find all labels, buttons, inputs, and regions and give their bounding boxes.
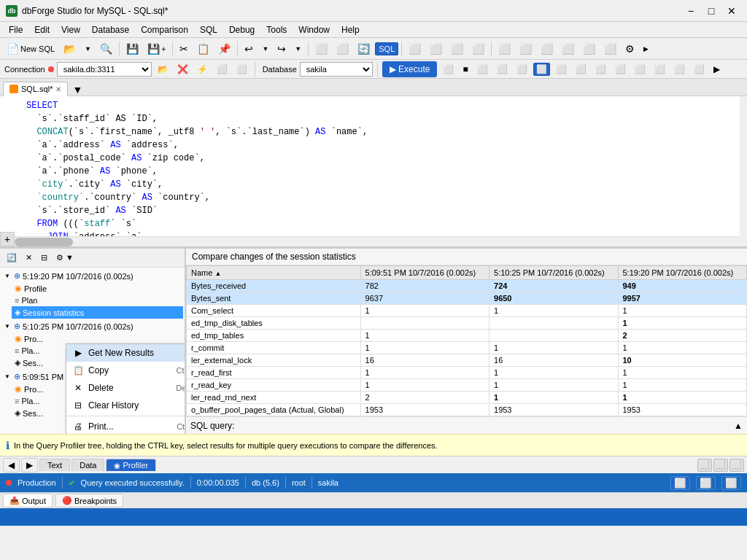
- conn-extra-6[interactable]: ⬜: [592, 63, 609, 76]
- col-time2[interactable]: 5:10:25 PM 10/7/2016 (0.002s): [489, 266, 618, 280]
- database-selector[interactable]: sakila: [300, 62, 373, 77]
- maximize-button[interactable]: □: [702, 4, 721, 18]
- table-row-r-read-first[interactable]: r_read_first 1 1 1: [187, 367, 747, 379]
- status-view-btn-1[interactable]: ⬜: [670, 476, 690, 490]
- ctx-clear-history[interactable]: ⊟ Clear History: [66, 397, 186, 414]
- tab-text[interactable]: Text: [39, 459, 70, 471]
- format-button[interactable]: ⬜: [311, 41, 331, 57]
- toolbar-more[interactable]: ▶: [640, 43, 652, 55]
- menu-sql[interactable]: SQL: [194, 23, 223, 36]
- sql-tab[interactable]: SQL.sql* ✕: [3, 82, 68, 96]
- tree-plan-1[interactable]: ≡ Plan: [12, 295, 183, 306]
- save-all-button[interactable]: 💾+: [144, 41, 169, 57]
- menu-debug[interactable]: Debug: [223, 23, 260, 36]
- menu-tools[interactable]: Tools: [260, 23, 293, 36]
- menu-comparison[interactable]: Comparison: [135, 23, 194, 36]
- sql-active-button[interactable]: SQL: [375, 42, 398, 55]
- refresh-button[interactable]: 🔄: [354, 41, 374, 57]
- undo-button[interactable]: ↩: [241, 41, 257, 57]
- conn-btn-5[interactable]: ⬜: [233, 63, 250, 76]
- tool9-button[interactable]: ⬜: [537, 41, 557, 57]
- tree-node-2-row[interactable]: ▼ ⊕ 5:10:25 PM 10/7/2016 (0.002s): [1, 320, 183, 332]
- menu-file[interactable]: File: [3, 23, 28, 36]
- open-dropdown-button[interactable]: ▼: [81, 43, 95, 55]
- conn-extra-11[interactable]: ⬜: [691, 63, 708, 76]
- tab-end-btn-1[interactable]: ⬜: [697, 459, 712, 472]
- align-button[interactable]: ⬜: [405, 41, 425, 57]
- tree-session-1[interactable]: ◈ Session statistics: [12, 306, 183, 319]
- stop-button[interactable]: ■: [460, 63, 471, 76]
- profiler-clear-button[interactable]: ⊟: [37, 251, 51, 265]
- table-row-buffer-pool[interactable]: o_buffer_pool_pages_data (Actual, Global…: [187, 404, 747, 416]
- ctx-delete[interactable]: ✕ Delete Delete: [66, 379, 186, 397]
- settings-button[interactable]: ⚙: [622, 41, 638, 57]
- status-view-btn-3[interactable]: ⬜: [721, 476, 741, 490]
- conn-extra-4[interactable]: ⬜: [553, 63, 570, 76]
- undo-dropdown[interactable]: ▼: [258, 43, 272, 55]
- menu-window[interactable]: Window: [293, 23, 336, 36]
- minimize-button[interactable]: −: [681, 4, 700, 18]
- tab-data[interactable]: Data: [71, 459, 104, 471]
- open-button[interactable]: 📂: [60, 41, 80, 57]
- bottom-tab-next[interactable]: ▶: [21, 458, 38, 472]
- editor-add-button[interactable]: +: [0, 232, 15, 246]
- table-row-ler-read-rnd[interactable]: ler_read_rnd_next 2 1 1: [187, 392, 747, 404]
- conn-extra-9[interactable]: ⬜: [651, 63, 668, 76]
- cut-button[interactable]: ✂: [176, 41, 192, 57]
- conn-btn-1[interactable]: 📂: [155, 63, 171, 76]
- close-button[interactable]: ✕: [722, 4, 741, 18]
- ctx-copy[interactable]: 📋 Copy Ctrl+C: [66, 362, 186, 379]
- tree-profile-1[interactable]: ◉ Profile: [12, 282, 183, 295]
- menu-edit[interactable]: Edit: [28, 23, 55, 36]
- conn-btn-2[interactable]: ❌: [174, 63, 191, 76]
- fn-tab-output[interactable]: 📤 Output: [3, 494, 53, 508]
- table-row-r-read-key[interactable]: r_read_key 1 1 1: [187, 379, 747, 392]
- title-bar-controls[interactable]: − □ ✕: [681, 4, 741, 18]
- menu-help[interactable]: Help: [336, 23, 365, 36]
- editor-vertical-scrollbar[interactable]: [740, 96, 747, 246]
- col-time3[interactable]: 5:19:20 PM 10/7/2016 (0.002s): [618, 266, 747, 280]
- profiler-options-button[interactable]: ⚙ ▼: [53, 251, 77, 265]
- redo-dropdown[interactable]: ▼: [291, 43, 305, 55]
- tool11-button[interactable]: ⬜: [579, 41, 599, 57]
- indent-button[interactable]: ⬜: [447, 41, 467, 57]
- profiler-refresh-button[interactable]: 🔄: [3, 251, 20, 265]
- align2-button[interactable]: ⬜: [426, 41, 446, 57]
- stats-table[interactable]: Name ▲ 5:09:51 PM 10/7/2016 (0.002s) 5:1…: [186, 265, 747, 416]
- conn-extra-10[interactable]: ⬜: [671, 63, 688, 76]
- execute-button[interactable]: ▶ Execute: [382, 61, 438, 77]
- fn-tab-breakpoints[interactable]: 🔴 Breakpoints: [55, 494, 123, 508]
- tab-profiler[interactable]: ◉ Profiler: [106, 459, 156, 471]
- conn-btn-3[interactable]: ⚡: [194, 63, 211, 76]
- sql-editor-content[interactable]: SELECT `s`.`staff_id` AS `ID`, CONCAT(`s…: [0, 96, 747, 246]
- tab-list-button[interactable]: ▼: [69, 84, 85, 96]
- conn-extra-1[interactable]: ⬜: [494, 63, 511, 76]
- col-time1[interactable]: 5:09:51 PM 10/7/2016 (0.002s): [360, 266, 489, 280]
- conn-extra-5[interactable]: ⬜: [573, 63, 589, 76]
- table-row-com-select[interactable]: Com_select 1 1 1: [187, 305, 747, 317]
- tree-toggle-1[interactable]: ▼: [4, 273, 12, 279]
- copy-button[interactable]: 📋: [193, 41, 213, 57]
- conn-extra-more[interactable]: ▶: [711, 63, 723, 76]
- explain-button[interactable]: ⬜: [474, 63, 491, 76]
- tree-toggle-3[interactable]: ▼: [4, 373, 12, 380]
- ctx-get-new-results[interactable]: ▶ Get New Results F5: [66, 344, 186, 362]
- execute-selected-button[interactable]: ⬜: [440, 63, 457, 76]
- conn-extra-8[interactable]: ⬜: [632, 63, 649, 76]
- editor-horizontal-scrollbar[interactable]: [15, 236, 740, 246]
- col-name[interactable]: Name ▲: [187, 266, 361, 280]
- tool7-button[interactable]: ⬜: [495, 41, 514, 57]
- format2-button[interactable]: ⬜: [333, 41, 352, 57]
- tree-toggle-2[interactable]: ▼: [4, 323, 12, 330]
- connection-selector[interactable]: sakila.db:3311: [57, 62, 152, 77]
- tool12-button[interactable]: ⬜: [600, 41, 620, 57]
- conn-extra-2[interactable]: ⬜: [514, 63, 530, 76]
- redo-button[interactable]: ↪: [274, 41, 290, 57]
- conn-btn-4[interactable]: ⬜: [214, 63, 231, 76]
- status-view-btn-2[interactable]: ⬜: [696, 476, 716, 490]
- tab-end-btn-2[interactable]: ⬜: [713, 459, 728, 472]
- more-button[interactable]: ⬜: [468, 41, 488, 57]
- menu-database[interactable]: Database: [86, 23, 135, 36]
- conn-extra-7[interactable]: ⬜: [612, 63, 629, 76]
- tool10-button[interactable]: ⬜: [558, 41, 578, 57]
